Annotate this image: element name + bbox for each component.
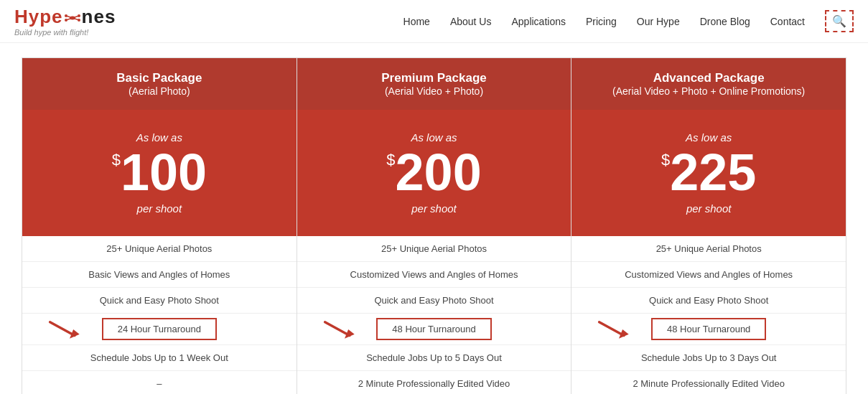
turnaround-box-basic: 24 Hour Turnaround bbox=[102, 318, 217, 340]
price-per-premium: per shoot bbox=[304, 202, 564, 215]
features-basic: 25+ Unique Aerial Photos Basic Views and… bbox=[22, 236, 297, 394]
svg-point-7 bbox=[65, 19, 67, 22]
turnaround-wrapper-premium: 48 Hour Turnaround bbox=[297, 314, 571, 345]
price-amount-advanced: 225 bbox=[670, 146, 756, 198]
arrow-advanced bbox=[593, 316, 636, 342]
package-name-advanced: Advanced Package bbox=[579, 71, 839, 85]
arrow-basic bbox=[44, 316, 87, 342]
pricing-card-advanced: Advanced Package (Aerial Video + Photo +… bbox=[571, 57, 846, 394]
price-per-basic: per shoot bbox=[29, 202, 289, 215]
main-nav: Home About Us Applications Pricing Our H… bbox=[403, 10, 854, 32]
logo: Hype nes Build hype with flight! bbox=[14, 6, 116, 37]
package-sub-advanced: (Aerial Video + Photo + Online Promotion… bbox=[579, 85, 839, 97]
price-per-advanced: per shoot bbox=[579, 202, 839, 215]
feature-basic-2: Quick and Easy Photo Shoot bbox=[22, 288, 297, 314]
feature-basic-1: Basic Views and Angles of Homes bbox=[22, 262, 297, 288]
price-area-premium: As low as $ 200 per shoot bbox=[297, 110, 571, 236]
pricing-card-basic: Basic Package (Aerial Photo) As low as $… bbox=[22, 57, 297, 394]
package-name-premium: Premium Package bbox=[304, 71, 564, 85]
dollar-advanced: $ bbox=[661, 152, 670, 168]
features-advanced: 25+ Unique Aerial Photos Customized View… bbox=[571, 236, 846, 394]
nav-home[interactable]: Home bbox=[403, 16, 430, 27]
svg-point-5 bbox=[65, 14, 67, 17]
svg-point-8 bbox=[78, 19, 80, 22]
feature-advanced-5: 2 Minute Professionally Edited Video bbox=[571, 371, 846, 394]
logo-brand: Hype nes bbox=[14, 6, 116, 28]
as-low-as-advanced: As low as bbox=[579, 131, 839, 144]
dollar-basic: $ bbox=[112, 152, 121, 168]
feature-premium-1: Customized Views and Angles of Homes bbox=[297, 262, 571, 288]
card-header-advanced: Advanced Package (Aerial Video + Photo +… bbox=[571, 58, 846, 110]
feature-premium-4: Schedule Jobs Up to 5 Days Out bbox=[297, 345, 571, 371]
feature-basic-4: Schedule Jobs Up to 1 Week Out bbox=[22, 345, 297, 371]
arrow-icon-advanced bbox=[593, 316, 636, 342]
logo-tagline: Build hype with flight! bbox=[14, 28, 116, 37]
nav-pricing[interactable]: Pricing bbox=[586, 16, 617, 27]
svg-line-9 bbox=[50, 322, 75, 335]
pricing-section: Basic Package (Aerial Photo) As low as $… bbox=[0, 43, 868, 394]
svg-point-0 bbox=[70, 17, 75, 20]
drone-icon bbox=[65, 13, 80, 23]
features-premium: 25+ Unique Aerial Photos Customized View… bbox=[297, 236, 571, 394]
feature-premium-0: 25+ Unique Aerial Photos bbox=[297, 236, 571, 262]
as-low-as-basic: As low as bbox=[29, 131, 289, 144]
package-sub-basic: (Aerial Photo) bbox=[29, 85, 289, 97]
price-amount-basic: 100 bbox=[121, 146, 207, 198]
feature-advanced-4: Schedule Jobs Up to 3 Days Out bbox=[571, 345, 846, 371]
arrow-icon-premium bbox=[319, 316, 362, 342]
price-area-advanced: As low as $ 225 per shoot bbox=[571, 110, 846, 236]
svg-point-6 bbox=[78, 14, 80, 17]
site-header: Hype nes Build hype with flight! Home Ab… bbox=[0, 0, 868, 43]
feature-advanced-2: Quick and Easy Photo Shoot bbox=[571, 288, 846, 314]
feature-premium-2: Quick and Easy Photo Shoot bbox=[297, 288, 571, 314]
svg-line-13 bbox=[599, 322, 624, 335]
turnaround-box-premium: 48 Hour Turnaround bbox=[376, 318, 491, 340]
pricing-card-premium: Premium Package (Aerial Video + Photo) A… bbox=[297, 57, 572, 394]
price-area-basic: As low as $ 100 per shoot bbox=[22, 110, 297, 236]
feature-basic-0: 25+ Unique Aerial Photos bbox=[22, 236, 297, 262]
nav-about[interactable]: About Us bbox=[450, 16, 492, 27]
turnaround-box-advanced: 48 Hour Turnaround bbox=[651, 318, 766, 340]
package-name-basic: Basic Package bbox=[29, 71, 289, 85]
nav-hype[interactable]: Our Hype bbox=[637, 16, 680, 27]
package-sub-premium: (Aerial Video + Photo) bbox=[304, 85, 564, 97]
arrow-premium bbox=[319, 316, 362, 342]
feature-basic-5: – bbox=[22, 371, 297, 394]
as-low-as-premium: As low as bbox=[304, 131, 564, 144]
feature-premium-5: 2 Minute Professionally Edited Video bbox=[297, 371, 571, 394]
card-header-premium: Premium Package (Aerial Video + Photo) bbox=[297, 58, 571, 110]
card-header-basic: Basic Package (Aerial Photo) bbox=[22, 58, 297, 110]
price-amount-premium: 200 bbox=[396, 146, 482, 198]
nav-contact[interactable]: Contact bbox=[770, 16, 805, 27]
nav-applications[interactable]: Applications bbox=[511, 16, 566, 27]
nav-blog[interactable]: Drone Blog bbox=[700, 16, 750, 27]
svg-line-11 bbox=[325, 322, 349, 335]
feature-advanced-0: 25+ Unique Aerial Photos bbox=[571, 236, 846, 262]
turnaround-wrapper-basic: 24 Hour Turnaround bbox=[22, 314, 297, 345]
turnaround-wrapper-advanced: 48 Hour Turnaround bbox=[571, 314, 846, 345]
search-button[interactable]: 🔍 bbox=[825, 10, 854, 32]
dollar-premium: $ bbox=[386, 152, 395, 168]
feature-advanced-1: Customized Views and Angles of Homes bbox=[571, 262, 846, 288]
arrow-icon-basic bbox=[44, 316, 87, 342]
